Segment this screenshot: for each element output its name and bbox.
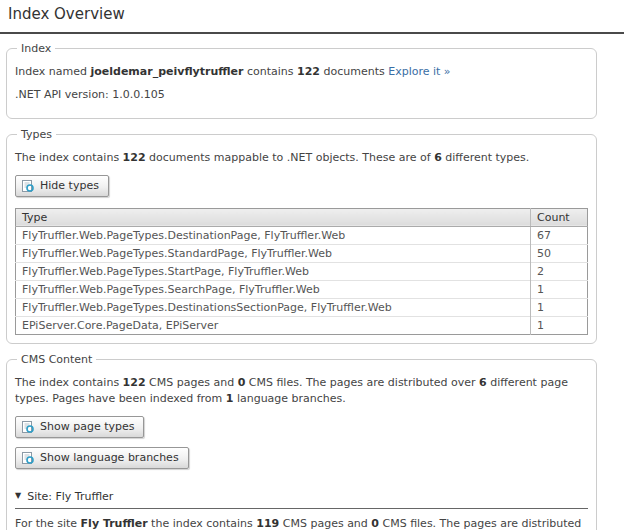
table-row: EPiServer.Core.PageData, EPiServer 1 xyxy=(16,316,588,334)
cms-pages-count: 119 xyxy=(256,517,279,530)
site-fly-truffler-panel: For the site Fly Truffler the index cont… xyxy=(15,516,588,530)
count-cell: 2 xyxy=(531,262,588,280)
site-name-value: Fly Truffler xyxy=(81,517,148,530)
type-cell: FlyTruffler.Web.PageTypes.DestinationPag… xyxy=(16,226,531,244)
site-summary: For the site Fly Truffler the index cont… xyxy=(15,516,588,530)
table-header-type: Type xyxy=(16,208,531,226)
text-segment: documents mappable to .NET objects. Thes… xyxy=(146,151,435,164)
explore-it-link[interactable]: Explore it » xyxy=(388,65,450,78)
show-language-branches-button[interactable]: Show language branches xyxy=(15,447,189,469)
button-label: Show language branches xyxy=(40,451,179,464)
cms-content-section: CMS Content The index contains 122 CMS p… xyxy=(6,353,597,530)
text-segment: language branches. xyxy=(233,392,345,405)
report-icon xyxy=(21,420,35,434)
count-cell: 1 xyxy=(531,298,588,316)
text-segment: documents xyxy=(320,65,388,78)
hide-types-button[interactable]: Hide types xyxy=(15,175,109,197)
text-segment: CMS pages and xyxy=(146,376,238,389)
cms-files-count: 0 xyxy=(371,517,379,530)
document-count-value: 122 xyxy=(123,151,146,164)
type-cell: FlyTruffler.Web.PageTypes.StartPage, Fly… xyxy=(16,262,531,280)
index-section-legend: Index xyxy=(17,42,55,55)
types-table-body: FlyTruffler.Web.PageTypes.DestinationPag… xyxy=(16,226,588,334)
button-label: Show page types xyxy=(40,420,134,433)
text-segment: Index named xyxy=(15,65,90,78)
count-cell: 67 xyxy=(531,226,588,244)
cms-summary: The index contains 122 CMS pages and 0 C… xyxy=(15,375,588,407)
table-row: FlyTruffler.Web.PageTypes.DestinationPag… xyxy=(16,226,588,244)
type-cell: FlyTruffler.Web.PageTypes.StandardPage, … xyxy=(16,244,531,262)
text-segment: different types. xyxy=(442,151,530,164)
button-label: Hide types xyxy=(40,179,99,192)
site-toggle-fly-truffler[interactable]: ▼ Site: Fly Truffler xyxy=(15,486,588,509)
count-cell: 1 xyxy=(531,316,588,334)
table-row: FlyTruffler.Web.PageTypes.StandardPage, … xyxy=(16,244,588,262)
cms-pages-count: 122 xyxy=(123,376,146,389)
api-version-line: .NET API version: 1.0.0.105 xyxy=(15,87,588,103)
type-cell: EPiServer.Core.PageData, EPiServer xyxy=(16,316,531,334)
types-table-head: Type Count xyxy=(16,208,588,226)
types-summary: The index contains 122 documents mappabl… xyxy=(15,150,588,166)
text-segment: The index contains xyxy=(15,376,123,389)
text-segment: CMS pages and xyxy=(279,517,371,530)
text-segment: CMS files. The pages are distributed ove… xyxy=(245,376,479,389)
text-segment: The index contains xyxy=(15,151,123,164)
page-header: Index Overview xyxy=(0,0,624,34)
type-cell: FlyTruffler.Web.PageTypes.SearchPage, Fl… xyxy=(16,280,531,298)
types-table-header-row: Type Count xyxy=(16,208,588,226)
types-section-legend: Types xyxy=(17,128,56,141)
report-icon xyxy=(21,179,35,193)
page-title: Index Overview xyxy=(8,5,624,23)
text-segment: contains xyxy=(243,65,297,78)
triangle-down-icon: ▼ xyxy=(15,492,21,500)
table-row: FlyTruffler.Web.PageTypes.SearchPage, Fl… xyxy=(16,280,588,298)
site-label: Site: Fly Truffler xyxy=(27,490,113,503)
text-segment: the index contains xyxy=(148,517,257,530)
report-icon xyxy=(21,451,35,465)
cms-content-legend: CMS Content xyxy=(17,353,96,366)
count-cell: 1 xyxy=(531,280,588,298)
document-count-value: 122 xyxy=(297,65,320,78)
type-cell: FlyTruffler.Web.PageTypes.DestinationsSe… xyxy=(16,298,531,316)
table-row: FlyTruffler.Web.PageTypes.DestinationsSe… xyxy=(16,298,588,316)
index-section: Index Index named joeldemar_peivflytruff… xyxy=(6,42,597,119)
type-count-value: 6 xyxy=(434,151,442,164)
types-section: Types The index contains 122 documents m… xyxy=(6,128,597,344)
index-summary: Index named joeldemar_peivflytruffler co… xyxy=(15,64,588,80)
types-table: Type Count FlyTruffler.Web.PageTypes.Des… xyxy=(15,208,588,335)
table-header-count: Count xyxy=(531,208,588,226)
table-row: FlyTruffler.Web.PageTypes.StartPage, Fly… xyxy=(16,262,588,280)
page-type-count: 6 xyxy=(479,376,487,389)
text-segment: For the site xyxy=(15,517,81,530)
count-cell: 50 xyxy=(531,244,588,262)
index-name-value: joeldemar_peivflytruffler xyxy=(90,65,243,78)
show-page-types-button[interactable]: Show page types xyxy=(15,416,144,438)
